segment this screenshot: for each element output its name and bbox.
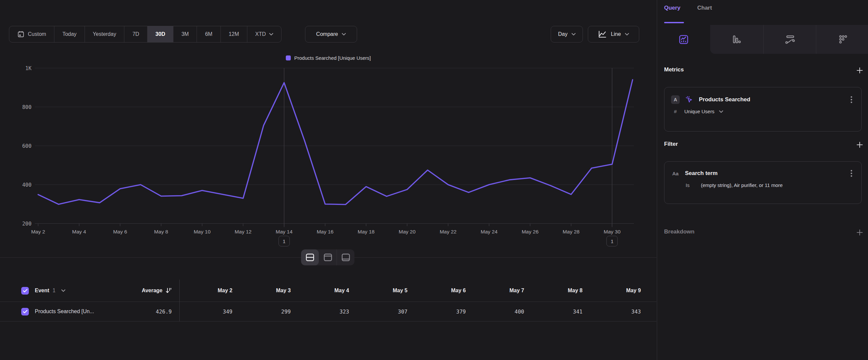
granularity-label: Day	[558, 31, 567, 37]
row-checkbox[interactable]	[21, 308, 29, 315]
metric-card[interactable]: A Products Searched # Unique Users	[664, 87, 862, 132]
date-range-label: Yesterday	[93, 31, 116, 37]
event-cursor-icon	[685, 95, 693, 104]
day-column-header: May 9	[588, 287, 646, 294]
sort-descending-icon[interactable]	[165, 287, 172, 294]
breakdown-table: Event 1 Average May 2May 3May 4May 5May …	[0, 280, 656, 322]
granularity-dropdown[interactable]: Day	[551, 26, 583, 43]
insights-icon	[678, 34, 689, 45]
x-axis-tick-label: May 20	[399, 229, 415, 234]
chevron-down-icon[interactable]	[719, 110, 723, 113]
query-builder-sidebar: Query Chart	[657, 0, 868, 360]
split-view-button[interactable]	[301, 249, 319, 265]
x-axis-tick-label: May 30	[604, 229, 621, 234]
annotation-badge[interactable]: 1	[607, 236, 618, 246]
metric-title: Products Searched	[699, 96, 843, 103]
table-row: Products Searched [Un... 426.9 349299323…	[0, 302, 656, 322]
filter-heading: Filter	[664, 141, 678, 147]
compare-label: Compare	[316, 31, 338, 37]
date-range-label: 3M	[181, 31, 189, 37]
tab-query[interactable]: Query	[664, 5, 680, 11]
breakdown-heading: Breakdown	[664, 228, 694, 235]
y-axis-tick-label: 400	[22, 182, 31, 188]
date-range-label: 12M	[229, 31, 239, 37]
filter-property-title: Search term	[685, 170, 843, 177]
day-column-header: May 6	[413, 287, 471, 294]
chart-only-view-button[interactable]	[319, 249, 337, 265]
y-axis-tick-label: 600	[22, 143, 31, 149]
table-header-row: Event 1 Average May 2May 3May 4May 5May …	[0, 280, 656, 302]
y-axis-tick-label: 1K	[25, 65, 31, 72]
retention-icon	[837, 34, 848, 45]
date-range-selector: CustomTodayYesterday7D30D3M6M12MXTD	[9, 26, 281, 43]
add-filter-button[interactable]	[856, 141, 863, 148]
metric-letter-badge: A	[671, 95, 680, 104]
table-column-divider	[179, 280, 180, 322]
date-range-3m[interactable]: 3M	[174, 26, 197, 42]
chevron-down-icon[interactable]	[61, 289, 65, 292]
aggregation-prefix: #	[671, 109, 680, 114]
report-tab-flows[interactable]	[764, 25, 816, 54]
chevron-down-icon	[342, 33, 346, 35]
day-value-cell: 323	[296, 308, 354, 315]
annotation-badge[interactable]: 1	[279, 236, 290, 246]
series-line	[38, 80, 632, 204]
x-axis-tick-label: May 2	[31, 229, 45, 234]
layout-toggle-group	[301, 249, 354, 265]
date-range-custom[interactable]: Custom	[9, 26, 54, 42]
x-axis-tick-label: May 28	[563, 229, 580, 234]
x-axis-tick-label: May 24	[481, 229, 498, 234]
day-value-cell: 307	[354, 308, 413, 315]
chevron-down-icon	[571, 33, 576, 35]
event-column-header[interactable]: Event	[35, 287, 50, 294]
y-axis-tick-label: 800	[22, 104, 31, 110]
date-range-label: 7D	[132, 31, 139, 37]
row-series-label: Products Searched [Un...	[35, 308, 94, 314]
date-range-6m[interactable]: 6M	[197, 26, 220, 42]
date-range-label: 6M	[205, 31, 212, 37]
select-all-checkbox[interactable]	[21, 287, 29, 295]
x-axis-tick-label: May 8	[154, 229, 168, 234]
date-range-30d[interactable]: 30D	[148, 26, 174, 42]
insights-report-page: CustomTodayYesterday7D30D3M6M12MXTD Comp…	[0, 0, 868, 360]
kebab-menu-icon[interactable]	[848, 95, 855, 104]
kebab-menu-icon[interactable]	[848, 169, 855, 178]
filter-operator[interactable]: Is	[685, 182, 694, 188]
active-tab-underline	[664, 22, 684, 23]
x-axis-tick-label: May 12	[235, 229, 252, 234]
x-axis-tick-label: May 14	[276, 229, 293, 234]
filter-values[interactable]: (empty string), Air purifier, or 11 more	[701, 182, 782, 188]
filter-card[interactable]: Aa Search term Is (empty string), Air pu…	[664, 161, 862, 204]
average-column-header[interactable]: Average	[142, 287, 162, 294]
report-tab-funnels[interactable]	[710, 25, 763, 54]
x-axis-tick-label: May 22	[440, 229, 457, 234]
tab-chart[interactable]: Chart	[697, 5, 712, 11]
add-breakdown-button[interactable]	[856, 229, 863, 236]
line-chart-canvas[interactable]: 2004006008001KMay 2May 4May 6May 8May 10…	[0, 47, 656, 259]
date-range-7d[interactable]: 7D	[124, 26, 147, 42]
date-range-label: 30D	[155, 31, 165, 37]
report-tab-insights[interactable]	[657, 25, 710, 54]
day-value-cell: 343	[588, 308, 646, 315]
calendar-icon	[17, 31, 25, 38]
compare-button[interactable]: Compare	[305, 26, 357, 43]
x-axis-tick-label: May 4	[72, 229, 87, 234]
date-range-today[interactable]: Today	[54, 26, 85, 42]
chart-type-dropdown[interactable]: Line	[588, 26, 639, 43]
row-average-value: 426.9	[156, 308, 172, 315]
day-value-cell: 299	[238, 308, 296, 315]
x-axis-tick-label: May 26	[522, 229, 538, 234]
date-range-yesterday[interactable]: Yesterday	[85, 26, 125, 42]
metrics-heading: Metrics	[664, 66, 684, 73]
string-type-icon: Aa	[671, 171, 680, 176]
add-metric-button[interactable]	[856, 67, 863, 74]
date-range-xtd[interactable]: XTD	[247, 26, 281, 42]
x-axis-tick-label: May 10	[194, 229, 211, 234]
aggregation-dropdown[interactable]: Unique Users	[684, 109, 714, 114]
table-only-view-button[interactable]	[337, 249, 354, 265]
x-axis-tick-label: May 18	[358, 229, 375, 234]
day-column-header: May 7	[471, 287, 529, 294]
date-range-12m[interactable]: 12M	[221, 26, 247, 42]
report-tab-retention[interactable]	[816, 25, 868, 54]
date-range-label: Custom	[28, 31, 46, 37]
